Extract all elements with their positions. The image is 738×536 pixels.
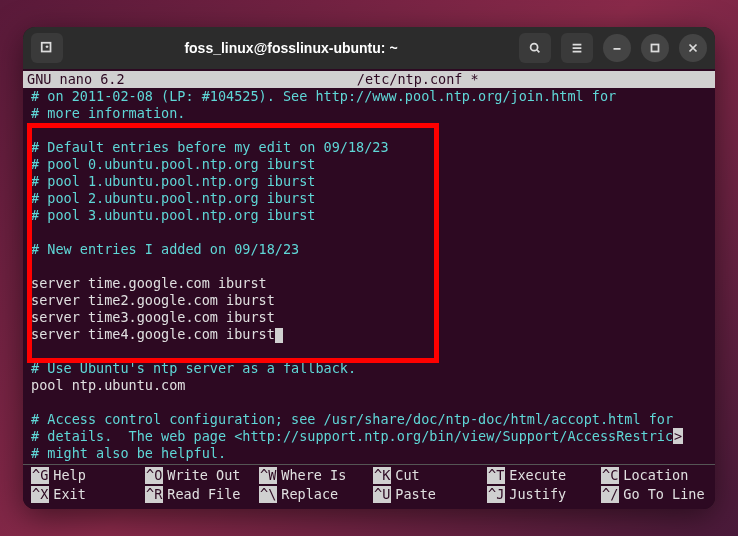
editor-line: # Access control configuration; see /usr… [31,411,707,428]
editor-line: server time.google.com iburst [31,275,707,292]
shortcut-label: Go To Line [623,486,704,503]
shortcut-label: Where Is [281,467,346,484]
nano-file-name: /etc/ntp.conf * [125,71,711,88]
line-continuation-icon: > [673,428,683,444]
cursor [275,328,283,343]
terminal-area[interactable]: GNU nano 6.2 /etc/ntp.conf * # on 2011-0… [23,69,715,509]
shortcut-label: Cut [395,467,419,484]
shortcut-label: Location [623,467,688,484]
shortcut-key: ^W [259,467,277,484]
nano-app-name: GNU nano 6.2 [27,71,125,88]
editor-line [31,224,707,241]
editor-line [31,122,707,139]
editor-line: # details. The web page <http://support.… [31,428,707,445]
svg-point-1 [531,44,538,51]
maximize-button[interactable] [641,34,669,62]
editor-line [31,394,707,411]
shortcut-key: ^G [31,467,49,484]
shortcut-label: Paste [395,486,436,503]
terminal-window: foss_linux@fosslinux-ubuntu: ~ GNU nano … [23,27,715,509]
editor-line: # might also be helpful. [31,445,707,462]
editor-line [31,258,707,275]
nano-shortcut: ^KCut [373,467,479,484]
editor-line [31,343,707,360]
editor-line: # pool 3.ubuntu.pool.ntp.org iburst [31,207,707,224]
shortcut-label: Justify [509,486,566,503]
editor-line: # pool 1.ubuntu.pool.ntp.org iburst [31,173,707,190]
nano-shortcut: ^CLocation [601,467,707,484]
nano-shortcut: ^GHelp [31,467,137,484]
nano-shortcut: ^JJustify [487,486,593,503]
shortcut-key: ^\ [259,486,277,503]
shortcut-label: Write Out [167,467,240,484]
editor-content[interactable]: # on 2011-02-08 (LP: #104525). See http:… [23,88,715,462]
menu-button[interactable] [561,33,593,63]
editor-line: # more information. [31,105,707,122]
shortcut-key: ^T [487,467,505,484]
shortcut-key: ^J [487,486,505,503]
editor-line: # Use Ubuntu's ntp server as a fallback. [31,360,707,377]
nano-shortcut: ^TExecute [487,467,593,484]
shortcut-key: ^C [601,467,619,484]
shortcut-key: ^O [145,467,163,484]
nano-shortcut: ^WWhere Is [259,467,365,484]
editor-line: # Default entries before my edit on 09/1… [31,139,707,156]
nano-shortcut: ^\Replace [259,486,365,503]
window-title: foss_linux@fosslinux-ubuntu: ~ [69,40,513,56]
close-button[interactable] [679,34,707,62]
editor-line: # on 2011-02-08 (LP: #104525). See http:… [31,88,707,105]
shortcut-key: ^/ [601,486,619,503]
editor-line: server time3.google.com iburst [31,309,707,326]
shortcut-key: ^U [373,486,391,503]
nano-shortcut: ^UPaste [373,486,479,503]
window-controls [519,33,707,63]
shortcut-key: ^K [373,467,391,484]
minimize-button[interactable] [603,34,631,62]
nano-shortcut: ^/Go To Line [601,486,707,503]
new-tab-button[interactable] [31,33,63,63]
nano-footer: ^GHelp^OWrite Out^WWhere Is^KCut^TExecut… [23,465,715,509]
shortcut-label: Replace [281,486,338,503]
svg-rect-2 [652,45,659,52]
editor-line: # pool 2.ubuntu.pool.ntp.org iburst [31,190,707,207]
nano-shortcut: ^OWrite Out [145,467,251,484]
nano-shortcut: ^RRead File [145,486,251,503]
editor-line: pool ntp.ubuntu.com [31,377,707,394]
shortcut-key: ^X [31,486,49,503]
shortcut-label: Read File [167,486,240,503]
shortcut-label: Exit [53,486,86,503]
titlebar: foss_linux@fosslinux-ubuntu: ~ [23,27,715,69]
editor-line: server time4.google.com iburst [31,326,707,343]
editor-line: server time2.google.com iburst [31,292,707,309]
shortcut-label: Execute [509,467,566,484]
nano-shortcut: ^XExit [31,486,137,503]
search-button[interactable] [519,33,551,63]
shortcut-label: Help [53,467,86,484]
editor-line: # New entries I added on 09/18/23 [31,241,707,258]
editor-line: # pool 0.ubuntu.pool.ntp.org iburst [31,156,707,173]
shortcut-key: ^R [145,486,163,503]
nano-header: GNU nano 6.2 /etc/ntp.conf * [23,71,715,88]
